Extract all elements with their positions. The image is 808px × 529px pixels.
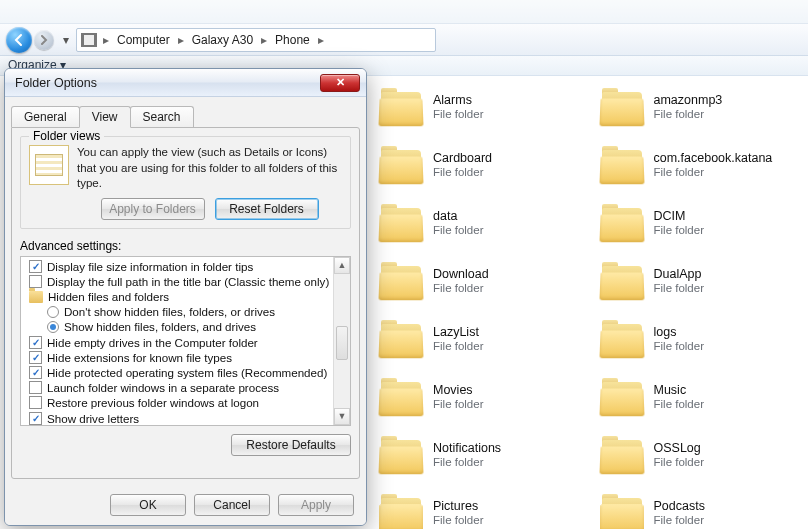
folder-name: DualApp xyxy=(654,267,705,282)
cancel-button[interactable]: Cancel xyxy=(194,494,270,516)
breadcrumb-seg-device[interactable]: Galaxy A30 xyxy=(186,33,259,47)
folder-name: DCIM xyxy=(654,209,705,224)
dialog-titlebar[interactable]: Folder Options ✕ xyxy=(5,69,366,97)
setting-full-path-titlebar[interactable]: Display the full path in the title bar (… xyxy=(25,274,329,289)
top-toolbar-strip xyxy=(0,0,808,24)
tab-view[interactable]: View xyxy=(79,106,131,128)
chevron-right-icon: ▸ xyxy=(101,33,111,47)
checkbox-icon[interactable] xyxy=(29,275,42,288)
folder-subtext: File folder xyxy=(654,456,705,470)
ok-button[interactable]: OK xyxy=(110,494,186,516)
folder-subtext: File folder xyxy=(433,108,484,122)
folder-text: dataFile folder xyxy=(433,209,484,238)
checkbox-icon[interactable] xyxy=(29,336,42,349)
folder-item[interactable]: PicturesFile folder xyxy=(379,494,580,529)
content-area: AlarmsFile folderamazonmp3File folderCar… xyxy=(375,80,804,529)
folder-icon xyxy=(600,378,644,416)
breadcrumb[interactable]: ▸ Computer ▸ Galaxy A30 ▸ Phone ▸ xyxy=(76,28,436,52)
folder-item[interactable]: DCIMFile folder xyxy=(600,204,801,242)
folder-text: DCIMFile folder xyxy=(654,209,705,238)
scrollbar[interactable]: ▲ ▼ xyxy=(333,257,350,425)
tab-general[interactable]: General xyxy=(11,106,80,127)
folder-options-dialog: Folder Options ✕ General View Search Fol… xyxy=(4,68,367,526)
dialog-tabs: General View Search xyxy=(5,97,366,127)
history-dropdown[interactable]: ▾ xyxy=(60,33,72,47)
folder-subtext: File folder xyxy=(654,514,705,528)
folder-item[interactable]: DualAppFile folder xyxy=(600,262,801,300)
close-button[interactable]: ✕ xyxy=(320,74,360,92)
folder-text: AlarmsFile folder xyxy=(433,93,484,122)
breadcrumb-seg-computer[interactable]: Computer xyxy=(111,33,176,47)
restore-defaults-button[interactable]: Restore Defaults xyxy=(231,434,351,456)
folder-item[interactable]: MoviesFile folder xyxy=(379,378,580,416)
checkbox-icon[interactable] xyxy=(29,412,42,425)
folder-item[interactable]: amazonmp3File folder xyxy=(600,88,801,126)
folder-subtext: File folder xyxy=(433,398,484,412)
back-button[interactable] xyxy=(6,27,32,53)
folder-icon xyxy=(600,88,644,126)
folder-icon xyxy=(379,204,423,242)
checkbox-icon[interactable] xyxy=(29,381,42,394)
folder-item[interactable]: CardboardFile folder xyxy=(379,146,580,184)
folder-item[interactable]: NotificationsFile folder xyxy=(379,436,580,474)
radio-icon[interactable] xyxy=(47,306,59,318)
reset-folders-button[interactable]: Reset Folders xyxy=(215,198,319,220)
setting-restore-previous-windows[interactable]: Restore previous folder windows at logon xyxy=(25,395,329,410)
breadcrumb-seg-phone[interactable]: Phone xyxy=(269,33,316,47)
forward-button[interactable] xyxy=(34,30,54,50)
scroll-down-icon[interactable]: ▼ xyxy=(334,408,350,425)
folder-item[interactable]: com.facebook.katanaFile folder xyxy=(600,146,801,184)
folder-icon xyxy=(600,320,644,358)
setting-hide-extensions[interactable]: Hide extensions for known file types xyxy=(25,350,329,365)
folder-text: LazyListFile folder xyxy=(433,325,484,354)
setting-show-drive-letters[interactable]: Show drive letters xyxy=(25,410,329,424)
folder-item[interactable]: PodcastsFile folder xyxy=(600,494,801,529)
setting-hidden-files-group: Hidden files and folders xyxy=(25,289,329,304)
folder-views-desc: You can apply the view (such as Details … xyxy=(77,145,342,192)
setting-hide-empty-drives[interactable]: Hide empty drives in the Computer folder xyxy=(25,334,329,349)
scroll-up-icon[interactable]: ▲ xyxy=(334,257,350,274)
apply-button[interactable]: Apply xyxy=(278,494,354,516)
scrollbar-track[interactable] xyxy=(334,274,350,408)
close-icon: ✕ xyxy=(336,76,345,89)
folder-text: amazonmp3File folder xyxy=(654,93,723,122)
folder-subtext: File folder xyxy=(654,340,705,354)
checkbox-icon[interactable] xyxy=(29,396,42,409)
folder-name: logs xyxy=(654,325,705,340)
nav-bar: ▾ ▸ Computer ▸ Galaxy A30 ▸ Phone ▸ xyxy=(0,24,808,56)
folder-icon xyxy=(379,378,423,416)
folder-item[interactable]: dataFile folder xyxy=(379,204,580,242)
setting-show-hidden[interactable]: Show hidden files, folders, and drives xyxy=(25,319,329,334)
folder-icon xyxy=(600,436,644,474)
folder-item[interactable]: MusicFile folder xyxy=(600,378,801,416)
checkbox-icon[interactable] xyxy=(29,366,42,379)
chevron-right-icon: ▸ xyxy=(176,33,186,47)
setting-launch-separate-process[interactable]: Launch folder windows in a separate proc… xyxy=(25,380,329,395)
setting-file-size-tips[interactable]: Display file size information in folder … xyxy=(25,259,329,274)
tab-view-body: Folder views You can apply the view (suc… xyxy=(11,127,360,479)
radio-icon[interactable] xyxy=(47,321,59,333)
folder-item[interactable]: LazyListFile folder xyxy=(379,320,580,358)
folder-item[interactable]: DownloadFile folder xyxy=(379,262,580,300)
advanced-settings-list: Display file size information in folder … xyxy=(20,256,351,426)
folder-name: Music xyxy=(654,383,705,398)
folder-item[interactable]: AlarmsFile folder xyxy=(379,88,580,126)
folder-subtext: File folder xyxy=(654,282,705,296)
scrollbar-thumb[interactable] xyxy=(336,326,348,360)
folder-icon xyxy=(600,146,644,184)
tab-search[interactable]: Search xyxy=(130,106,194,127)
arrow-left-icon xyxy=(12,33,26,47)
folder-icon xyxy=(29,291,43,303)
apply-to-folders-button[interactable]: Apply to Folders xyxy=(101,198,205,220)
arrow-right-icon xyxy=(39,35,49,45)
folder-item[interactable]: OSSLogFile folder xyxy=(600,436,801,474)
folder-item[interactable]: logsFile folder xyxy=(600,320,801,358)
dialog-title: Folder Options xyxy=(15,76,320,90)
checkbox-icon[interactable] xyxy=(29,351,42,364)
setting-hide-protected-os-files[interactable]: Hide protected operating system files (R… xyxy=(25,365,329,380)
folder-name: LazyList xyxy=(433,325,484,340)
folder-icon xyxy=(379,88,423,126)
checkbox-icon[interactable] xyxy=(29,260,42,273)
setting-dont-show-hidden[interactable]: Don't show hidden files, folders, or dri… xyxy=(25,304,329,319)
chevron-right-icon: ▸ xyxy=(316,33,326,47)
